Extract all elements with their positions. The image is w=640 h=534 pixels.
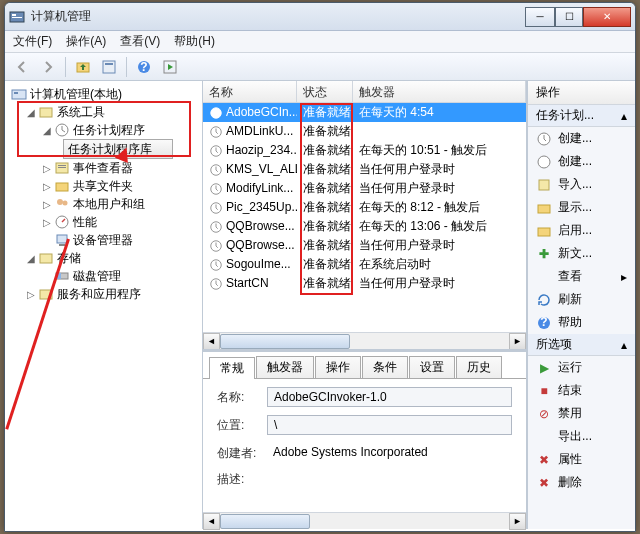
list-header[interactable]: 名称 状态 触发器 [203, 81, 526, 103]
menu-file[interactable]: 文件(F) [13, 33, 52, 50]
scroll-right-button[interactable]: ► [509, 333, 526, 350]
minimize-button[interactable]: ─ [525, 7, 555, 27]
detail-horizontal-scrollbar[interactable]: ◄ ► [203, 512, 526, 529]
navigation-tree[interactable]: 计算机管理(本地) ◢系统工具 ◢任务计划程序 任务计划程序库 ▷事件查看器 ▷… [5, 81, 203, 529]
detail-tabs: 常规 触发器 操作 条件 设置 历史 [203, 352, 526, 378]
action-end[interactable]: ■结束 [528, 379, 635, 402]
task-row[interactable]: StartCN准备就绪当任何用户登录时 [203, 274, 526, 293]
tree-services-apps[interactable]: ▷服务和应用程序 [7, 285, 200, 303]
field-location[interactable]: \ [267, 415, 512, 435]
label-location: 位置: [217, 417, 267, 434]
col-trigger[interactable]: 触发器 [353, 81, 526, 102]
task-row[interactable]: QQBrowse...准备就绪在每天的 13:06 - 触发后 [203, 217, 526, 236]
action-delete[interactable]: ✖删除 [528, 471, 635, 494]
collapse-icon[interactable]: ▴ [621, 109, 627, 123]
tree-shared-folders[interactable]: ▷共享文件夹 [7, 177, 200, 195]
action-disable[interactable]: ⊘禁用 [528, 402, 635, 425]
menu-help[interactable]: 帮助(H) [174, 33, 215, 50]
action-import[interactable]: 导入... [528, 173, 635, 196]
label-description: 描述: [217, 471, 267, 488]
svg-rect-22 [40, 254, 52, 263]
task-row[interactable]: Haozip_234...准备就绪在每天的 10:51 - 触发后 [203, 141, 526, 160]
actions-pane: 操作 任务计划...▴ 创建... 创建... 导入... 显示... 启用..… [527, 81, 635, 529]
mmc-window: 计算机管理 ─ ☐ ✕ 文件(F) 操作(A) 查看(V) 帮助(H) ? 计算… [4, 2, 636, 532]
svg-rect-21 [59, 244, 65, 246]
action-export[interactable]: 导出... [528, 425, 635, 448]
tab-triggers[interactable]: 触发器 [256, 356, 314, 378]
tab-actions[interactable]: 操作 [315, 356, 361, 378]
task-row[interactable]: AdobeGCIn...准备就绪在每天的 4:54 [203, 103, 526, 122]
action-create-basic[interactable]: 创建... [528, 127, 635, 150]
action-properties[interactable]: ✖属性 [528, 448, 635, 471]
field-author: Adobe Systems Incorporated [267, 443, 512, 463]
menubar: 文件(F) 操作(A) 查看(V) 帮助(H) [5, 31, 635, 53]
task-list[interactable]: 名称 状态 触发器 AdobeGCIn...准备就绪在每天的 4:54AMDLi… [203, 81, 526, 332]
svg-rect-11 [40, 108, 52, 117]
forward-button[interactable] [37, 56, 59, 78]
svg-rect-5 [105, 63, 113, 65]
tab-settings[interactable]: 设置 [409, 356, 455, 378]
tree-system-tools[interactable]: ◢系统工具 [7, 103, 200, 121]
tree-device-manager[interactable]: 设备管理器 [7, 231, 200, 249]
task-row[interactable]: KMS_VL_ALL准备就绪当任何用户登录时 [203, 160, 526, 179]
run-icon[interactable] [159, 56, 181, 78]
task-row[interactable]: ModifyLink...准备就绪当任何用户登录时 [203, 179, 526, 198]
tree-task-scheduler[interactable]: ◢任务计划程序 [7, 121, 200, 139]
tab-general[interactable]: 常规 [209, 357, 255, 379]
svg-rect-14 [58, 165, 66, 166]
up-button[interactable] [72, 56, 94, 78]
tab-conditions[interactable]: 条件 [362, 356, 408, 378]
menu-action[interactable]: 操作(A) [66, 33, 106, 50]
svg-text:?: ? [140, 60, 147, 74]
action-display[interactable]: 显示... [528, 196, 635, 219]
maximize-button[interactable]: ☐ [555, 7, 583, 27]
svg-point-37 [538, 156, 550, 168]
actions-group-selected[interactable]: 所选项▴ [528, 334, 635, 356]
svg-rect-4 [103, 61, 115, 73]
action-view[interactable]: 查看▸ [528, 265, 635, 288]
svg-rect-10 [14, 92, 18, 94]
close-button[interactable]: ✕ [583, 7, 631, 27]
svg-rect-39 [538, 205, 550, 213]
field-name[interactable]: AdobeGCInvoker-1.0 [267, 387, 512, 407]
actions-header: 操作 [528, 81, 635, 105]
label-author: 创建者: [217, 445, 267, 462]
action-new-folder[interactable]: ✚新文... [528, 242, 635, 265]
tree-storage[interactable]: ◢存储 [7, 249, 200, 267]
col-name[interactable]: 名称 [203, 81, 297, 102]
svg-rect-9 [12, 90, 26, 99]
task-row[interactable]: QQBrowse...准备就绪当任何用户登录时 [203, 236, 526, 255]
collapse-icon[interactable]: ▴ [621, 338, 627, 352]
tree-task-library[interactable]: 任务计划程序库 [63, 139, 173, 159]
tree-disk-management[interactable]: 磁盘管理 [7, 267, 200, 285]
task-row[interactable]: Pic_2345Up...准备就绪在每天的 8:12 - 触发后 [203, 198, 526, 217]
tree-performance[interactable]: ▷性能 [7, 213, 200, 231]
action-refresh[interactable]: 刷新 [528, 288, 635, 311]
tree-local-users[interactable]: ▷本地用户和组 [7, 195, 200, 213]
tree-root[interactable]: 计算机管理(本地) [7, 85, 200, 103]
back-button[interactable] [11, 56, 33, 78]
titlebar[interactable]: 计算机管理 ─ ☐ ✕ [5, 3, 635, 31]
actions-group-scheduler[interactable]: 任务计划...▴ [528, 105, 635, 127]
tab-history[interactable]: 历史 [456, 356, 502, 378]
scroll-left-button[interactable]: ◄ [203, 333, 220, 350]
help-button[interactable]: ? [133, 56, 155, 78]
tree-event-viewer[interactable]: ▷事件查看器 [7, 159, 200, 177]
app-icon [9, 9, 25, 25]
action-create-task[interactable]: 创建... [528, 150, 635, 173]
toolbar: ? [5, 53, 635, 81]
menu-view[interactable]: 查看(V) [120, 33, 160, 50]
scroll-thumb[interactable] [220, 334, 350, 349]
svg-text:?: ? [540, 315, 547, 329]
task-row[interactable]: SogouIme...准备就绪在系统启动时 [203, 255, 526, 274]
properties-button[interactable] [98, 56, 120, 78]
col-state[interactable]: 状态 [297, 81, 353, 102]
action-run[interactable]: ▶运行 [528, 356, 635, 379]
action-enable-history[interactable]: 启用... [528, 219, 635, 242]
horizontal-scrollbar[interactable]: ◄ ► [203, 332, 526, 349]
label-name: 名称: [217, 389, 267, 406]
task-row[interactable]: AMDLinkU...准备就绪 [203, 122, 526, 141]
main-pane: 名称 状态 触发器 AdobeGCIn...准备就绪在每天的 4:54AMDLi… [203, 81, 527, 529]
svg-rect-16 [56, 183, 68, 191]
action-help[interactable]: ?帮助 [528, 311, 635, 334]
